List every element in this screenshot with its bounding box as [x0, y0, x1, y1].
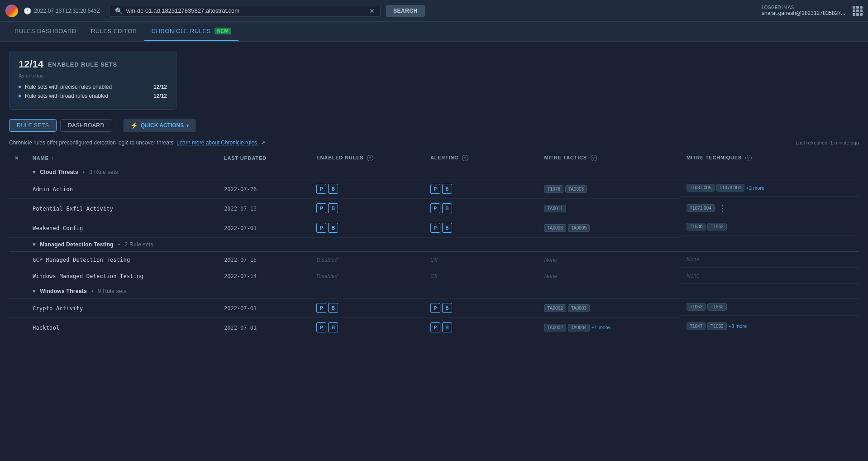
timestamp-display: 🕐 2022-07-13T12:31:20.543Z: [24, 7, 100, 14]
row-date: 2022-07-26: [224, 186, 257, 192]
row-name: GCP Managed Detection Testing: [33, 257, 130, 263]
row-name: Potential Exfil Activity: [33, 206, 113, 212]
table-row[interactable]: Weakened Config 2022-07-01 P B P B TA000…: [9, 218, 859, 238]
tab-rules-editor[interactable]: RULES EDITOR: [84, 21, 144, 41]
alerting-b-badge: B: [442, 223, 452, 233]
stats-precise-value: 12/12: [153, 84, 167, 90]
row-date: 2022-07-01: [224, 325, 257, 331]
alerting-b-badge: B: [442, 203, 452, 213]
precision-badge: P: [316, 322, 326, 332]
tab-rules-dashboard[interactable]: RULES DASHBOARD: [7, 21, 84, 41]
row-date: 2022-07-01: [224, 305, 257, 312]
row-techniques-cell: T1047T1059+3 more: [681, 318, 859, 335]
alerting-b-badge: B: [442, 303, 452, 313]
group-row: ▾ Managed Detection Testing • 2 Rule set…: [9, 238, 859, 252]
precision-badge: P: [316, 203, 326, 213]
search-input[interactable]: [126, 7, 366, 14]
description-text: Chronicle rules offer preconfigured dete…: [9, 139, 265, 146]
row-date: 2022-07-14: [224, 273, 257, 279]
alerting-help-icon[interactable]: ?: [462, 155, 468, 161]
learn-more-link[interactable]: Learn more about Chronicle rules.: [176, 139, 258, 146]
tactic-badge: T1078: [544, 185, 563, 193]
th-last-updated: LAST UPDATED: [219, 151, 311, 165]
techniques-badges: T1071.004: [687, 204, 715, 212]
timestamp-value: 2022-07-13T12:31:20.543Z: [34, 8, 100, 14]
group-row: ▾ Cloud Threats • 3 Rule sets: [9, 165, 859, 179]
stats-precise-label: Rule sets with precise rules enabled: [25, 84, 112, 90]
apps-icon[interactable]: [853, 6, 863, 16]
tactics-more[interactable]: +1 more: [591, 325, 610, 330]
search-bar[interactable]: 🔍 ✕: [109, 5, 381, 17]
tactic-badge: TA0003: [568, 304, 590, 312]
techniques-badges: T1037.005T1078.004+2 more: [687, 184, 764, 192]
enabled-badges: P B: [316, 203, 420, 213]
tactics-help-icon[interactable]: ?: [591, 155, 597, 161]
enabled-rules-help-icon[interactable]: ?: [367, 155, 373, 161]
expand-all-icon[interactable]: ✕: [14, 155, 19, 161]
table-row[interactable]: GCP Managed Detection Testing 2022-07-15…: [9, 252, 859, 268]
table-row[interactable]: Hacktool 2022-07-01 P B P B TA0002TA0004…: [9, 318, 859, 337]
enabled-badges: P B: [316, 303, 420, 313]
external-link-icon: ↗: [261, 140, 265, 145]
table-row[interactable]: Windows Managed Detection Testing 2022-0…: [9, 268, 859, 284]
broad-badge: B: [328, 203, 338, 213]
chevron-icon[interactable]: ▾: [33, 241, 35, 248]
group-count: 2 Rule sets: [124, 241, 153, 248]
alerting-p-badge: P: [430, 223, 440, 233]
disabled-label: Disabled: [316, 273, 338, 279]
group-name: Cloud Threats: [40, 169, 78, 175]
dot-broad: [19, 95, 21, 97]
row-date: 2022-07-15: [224, 257, 257, 263]
techniques-badges: T1530T1562: [687, 223, 727, 230]
dashboard-tab[interactable]: DASHBOARD: [60, 119, 112, 132]
table-row[interactable]: Admin Action 2022-07-26 P B P B T1078TA0…: [9, 179, 859, 199]
alerting-p-badge: P: [430, 203, 440, 213]
precision-badge: P: [316, 303, 326, 313]
techniques-help-icon[interactable]: ?: [745, 155, 752, 161]
row-expand-cell: [9, 252, 27, 268]
technique-badge: T1071.004: [687, 204, 715, 212]
quick-actions-button[interactable]: ⚡ QUICK ACTIONS ▾: [124, 119, 196, 132]
row-tactics-cell: TA0002TA0004+1 more: [539, 318, 681, 337]
row-menu-icon[interactable]: ⋮: [718, 203, 726, 213]
search-button[interactable]: SEARCH: [386, 5, 425, 17]
alerting-badges: P B: [430, 223, 534, 233]
broad-badge: B: [328, 184, 338, 194]
table-row[interactable]: Crypto Activity 2022-07-01 P B P B TA000…: [9, 298, 859, 318]
alerting-p-badge: P: [430, 184, 440, 194]
stats-row-precise: Rule sets with precise rules enabled 12/…: [19, 84, 167, 90]
rule-sets-tab[interactable]: RULE SETS: [9, 119, 57, 132]
th-expand: ✕: [9, 151, 27, 165]
row-techniques-cell: None: [681, 268, 859, 284]
table-row[interactable]: Potential Exfil Activity 2022-07-13 P B …: [9, 199, 859, 218]
row-name: Admin Action: [33, 186, 73, 192]
broad-badge: B: [328, 223, 338, 233]
alerting-badges: P B: [430, 203, 534, 213]
chevron-icon[interactable]: ▾: [33, 288, 35, 294]
flash-icon: ⚡: [130, 122, 138, 129]
app-logo[interactable]: [5, 5, 18, 17]
disabled-label: Disabled: [316, 257, 338, 263]
sort-arrow-icon[interactable]: ↑: [52, 156, 54, 161]
row-alerting-cell: P B: [425, 218, 539, 238]
group-name: Managed Detection Testing: [40, 241, 114, 248]
techniques-more[interactable]: +3 more: [729, 323, 747, 329]
precision-badge: P: [316, 184, 326, 194]
row-enabled-cell: P B: [311, 298, 425, 318]
th-name: NAME ↑: [27, 151, 219, 165]
tab-chronicle-rules[interactable]: CHRONICLE RULES NEW: [144, 21, 238, 41]
techniques-more[interactable]: +2 more: [746, 185, 765, 191]
alerting-p-badge: P: [430, 303, 440, 313]
alerting-badges: P B: [430, 322, 534, 332]
row-alerting-cell: P B: [425, 298, 539, 318]
chevron-icon[interactable]: ▾: [33, 169, 35, 175]
dot-precise: [19, 86, 21, 88]
row-alerting-cell: Off: [425, 252, 539, 268]
alerting-badges: P B: [430, 303, 534, 313]
stats-fraction: 12/14: [19, 58, 43, 70]
clear-icon[interactable]: ✕: [369, 7, 375, 14]
row-techniques-cell: T1071.004⋮: [681, 199, 859, 218]
row-tactics-cell: T1078TA0003: [539, 179, 681, 199]
th-alerting: ALERTING ?: [425, 151, 539, 165]
last-refreshed: Last refreshed: 1 minute ago: [796, 140, 859, 145]
